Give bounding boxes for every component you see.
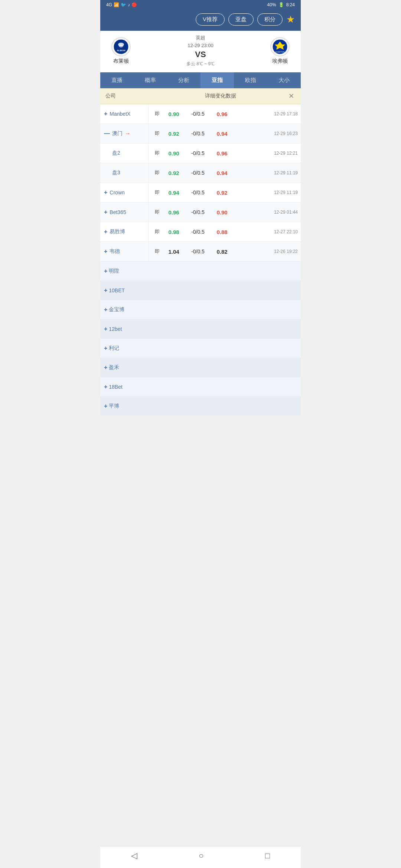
row-data: 即 0.92 -0/0.5 0.94 12-29 16:23: [149, 126, 301, 141]
list-item[interactable]: + 18Bet: [100, 377, 301, 397]
standings-button[interactable]: 积分: [257, 13, 283, 26]
row-data: 即 0.90 -0/0.5 0.96 12-29 12:21: [149, 145, 301, 161]
company-cell[interactable]: — 澳门 →: [100, 124, 149, 143]
ji-label: 即: [151, 189, 163, 196]
asian-handicap-button[interactable]: 亚盘: [228, 13, 254, 26]
table-header: 公司 详细变化数据 ✕: [100, 88, 301, 104]
ji-label: 即: [151, 111, 163, 117]
company-cell[interactable]: + ManbetX: [100, 104, 149, 124]
handicap-value: -0/0.5: [185, 190, 211, 195]
close-detail-button[interactable]: ✕: [287, 92, 296, 100]
svg-text:ALBION: ALBION: [117, 49, 125, 52]
time-value: 12-29 01:44: [233, 210, 298, 215]
data-table: + ManbetX 即 0.90 -0/0.5 0.96 12-29 17:18…: [100, 104, 301, 262]
row-data: 即 0.94 -0/0.5 0.92 12-29 11:19: [149, 185, 301, 200]
company-name: ManbetX: [110, 111, 130, 117]
plus-icon: +: [104, 287, 107, 294]
list-item[interactable]: + 利记: [100, 339, 301, 358]
tab-live[interactable]: 直播: [100, 72, 134, 88]
list-item[interactable]: + 明陞: [100, 262, 301, 281]
home-team-logo: ALBION: [111, 37, 131, 56]
time-value: 12-29 11:19: [233, 190, 298, 195]
tab-size[interactable]: 大小: [267, 72, 301, 88]
tab-euro-index[interactable]: 欧指: [234, 72, 267, 88]
away-team-name: 埃弗顿: [272, 58, 288, 65]
company-name: Crown: [110, 190, 124, 195]
handicap-value: -0/0.5: [185, 170, 211, 176]
company-name: 易胜博: [110, 228, 125, 235]
handicap-value: -0/0.5: [185, 111, 211, 117]
handicap-value: -0/0.5: [185, 229, 211, 235]
app-icon3: 🔴: [131, 2, 137, 7]
company-name: 盘3: [104, 170, 120, 176]
company-cell[interactable]: + Crown: [100, 183, 149, 202]
row-data: 即 0.96 -0/0.5 0.90 12-29 01:44: [149, 204, 301, 220]
row-data: 即 0.98 -0/0.5 0.88 12-27 22:10: [149, 224, 301, 240]
plus-icon: +: [104, 364, 107, 371]
handicap-value: -0/0.5: [185, 131, 211, 137]
plus-icon: +: [104, 268, 107, 274]
company-cell[interactable]: + 易胜博: [100, 222, 149, 241]
row-data: 即 0.92 -0/0.5 0.94 12-29 11:19: [149, 165, 301, 181]
odds1-value: 0.90: [163, 111, 185, 117]
row-data: 即 0.90 -0/0.5 0.96 12-29 17:18: [149, 106, 301, 122]
favorite-button[interactable]: ★: [286, 14, 295, 25]
ji-label: 即: [151, 248, 163, 255]
odds1-value: 0.90: [163, 150, 185, 157]
odds1-value: 0.92: [163, 131, 185, 137]
odds2-value: 0.96: [211, 111, 233, 117]
plus-icon: +: [104, 248, 107, 255]
row-data: 即 1.04 -0/0.5 0.82 12-26 19:22: [149, 244, 301, 259]
tab-analysis[interactable]: 分析: [167, 72, 200, 88]
plus-icon: +: [104, 384, 107, 390]
match-vs: VS: [195, 50, 206, 59]
plus-icon: +: [104, 403, 107, 410]
time-value: 12-29 11:19: [233, 170, 298, 175]
odds2-value: 0.88: [211, 229, 233, 235]
match-league: 英超: [196, 34, 205, 41]
battery-icon: 🔋: [278, 2, 284, 7]
odds2-value: 0.90: [211, 209, 233, 216]
home-team-name: 布莱顿: [113, 58, 129, 65]
ji-label: 即: [151, 209, 163, 216]
ji-label: 即: [151, 170, 163, 176]
list-item[interactable]: + 平博: [100, 397, 301, 416]
table-row: + Bet365 即 0.96 -0/0.5 0.90 12-29 01:44: [100, 203, 301, 222]
match-weather: 多云 8℃ ~ 9℃: [186, 61, 215, 67]
time-value: 12-27 22:10: [233, 229, 298, 234]
tab-asian-index[interactable]: 亚指: [200, 72, 234, 88]
minus-icon: —: [104, 130, 110, 137]
odds2-value: 0.82: [211, 249, 233, 255]
company-cell[interactable]: 盘3: [100, 163, 149, 183]
odds1-value: 1.04: [163, 249, 185, 255]
company-name: 盈禾: [109, 364, 119, 371]
time-value: 12-29 12:21: [233, 151, 298, 156]
list-item[interactable]: + 10BET: [100, 281, 301, 300]
v-recommend-button[interactable]: V推荐: [196, 13, 225, 26]
time-value: 12-29 17:18: [233, 111, 298, 116]
company-cell[interactable]: + 韦德: [100, 242, 149, 261]
company-cell[interactable]: + Bet365: [100, 203, 149, 222]
status-right: 40% 🔋 8:24: [267, 2, 295, 7]
arrow-right-icon: →: [125, 130, 131, 137]
company-name: 明陞: [109, 268, 119, 274]
company-name: 10BET: [109, 287, 125, 293]
match-datetime: 12-29 23:00: [188, 43, 213, 48]
list-item[interactable]: + 12bet: [100, 319, 301, 339]
handicap-value: -0/0.5: [185, 209, 211, 215]
company-cell[interactable]: 盘2: [100, 144, 149, 163]
home-team: ALBION 布莱顿: [106, 37, 136, 65]
list-item[interactable]: + 金宝博: [100, 300, 301, 319]
table-row: + Crown 即 0.94 -0/0.5 0.92 12-29 11:19: [100, 183, 301, 203]
tab-odds[interactable]: 概率: [134, 72, 167, 88]
list-item[interactable]: + 盈禾: [100, 358, 301, 377]
svg-point-2: [119, 45, 123, 47]
company-name: 平博: [109, 403, 119, 410]
wifi-icon: 📶: [114, 2, 119, 7]
odds2-value: 0.92: [211, 190, 233, 196]
battery-label: 40%: [267, 2, 276, 7]
svg-text:EVERTON: EVERTON: [276, 51, 284, 53]
tabs-bar: 直播 概率 分析 亚指 欧指 大小: [100, 72, 301, 88]
company-name: 18Bet: [109, 384, 123, 390]
company-column-header: 公司: [105, 93, 154, 99]
